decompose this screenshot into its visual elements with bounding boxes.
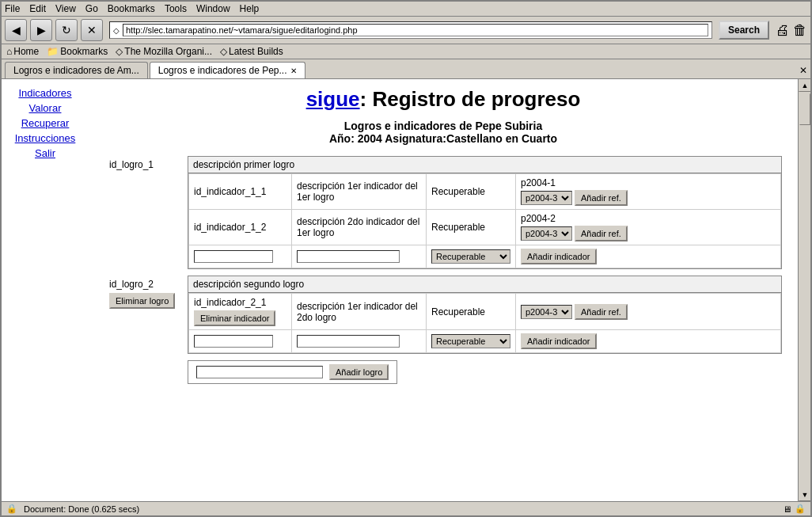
logro1-new-indicator-id-input[interactable] bbox=[194, 250, 273, 263]
indicador-2-1-ref-cell: p2004-1 p2004-2 p2004-3 p2004-4 Añadir r… bbox=[516, 294, 781, 330]
indicador-2-1-id: id_indicador_2_1 bbox=[194, 297, 286, 308]
bookmark-bookmarks[interactable]: 📁 Bookmarks bbox=[47, 46, 108, 57]
menu-window[interactable]: Window bbox=[196, 3, 230, 14]
indicador-2-1-ref-select[interactable]: p2004-1 p2004-2 p2004-3 p2004-4 bbox=[521, 305, 572, 319]
indicador-1-1-id: id_indicador_1_1 bbox=[189, 174, 292, 210]
bookmarks-icon: 📁 bbox=[47, 46, 59, 57]
toolbar: ◀ ▶ ↻ ✕ ◇ Search 🖨 🗑 bbox=[2, 17, 810, 44]
tab-am[interactable]: Logros e indicadores de Am... bbox=[5, 62, 148, 78]
tabs-bar: Logros e indicadores de Am... Logros e i… bbox=[2, 59, 810, 79]
indicador-1-2-id: id_indicador_1_2 bbox=[189, 210, 292, 245]
menu-go[interactable]: Go bbox=[85, 3, 98, 14]
logro1-section: id_logro_1 descripción primer logro id_i… bbox=[104, 156, 782, 269]
bookmarks-bar: ⌂ Home 📁 Bookmarks ◇ The Mozilla Organi.… bbox=[2, 44, 810, 59]
indicador-1-2-ref-current: p2004-2 bbox=[521, 213, 776, 224]
indicador-1-1-row: id_indicador_1_1 descripción 1er indicad… bbox=[189, 174, 781, 210]
indicador-1-1-ref-select[interactable]: p2004-1 p2004-2 p2004-3 p2004-4 bbox=[521, 191, 572, 205]
logro1-new-indicator-tipo-select[interactable]: Recuperable No recuperable Opcional bbox=[431, 249, 510, 264]
menu-help[interactable]: Help bbox=[240, 3, 260, 14]
sigue-link[interactable]: sigue bbox=[306, 87, 360, 111]
indicador-2-1-row: id_indicador_2_1 Eliminar indicador desc… bbox=[189, 294, 781, 330]
status-icon-2: 🔒 bbox=[795, 504, 806, 514]
logro1-description: descripción primer logro bbox=[188, 157, 781, 173]
add-logro-section: Añadir logro bbox=[104, 360, 782, 384]
sidebar-recuperar[interactable]: Recuperar bbox=[5, 117, 85, 129]
scroll-up-button[interactable]: ▲ bbox=[799, 79, 810, 92]
mozilla-icon: ◇ bbox=[116, 46, 123, 57]
tab-pep-close[interactable]: ✕ bbox=[290, 67, 297, 75]
menu-tools[interactable]: Tools bbox=[165, 3, 187, 14]
add-logro-button[interactable]: Añadir logro bbox=[329, 364, 389, 380]
scroll-thumb[interactable] bbox=[799, 93, 810, 125]
back-button[interactable]: ◀ bbox=[5, 19, 27, 41]
browser-window: File Edit View Go Bookmarks Tools Window… bbox=[0, 0, 812, 517]
sidebar-salir[interactable]: Salir bbox=[5, 147, 85, 159]
stop-button[interactable]: ✕ bbox=[81, 19, 103, 41]
indicador-1-2-tipo: Recuperable bbox=[427, 210, 516, 245]
tab-am-label: Logros e indicadores de Am... bbox=[13, 65, 139, 76]
indicador-1-2-add-ref-button[interactable]: Añadir ref. bbox=[575, 226, 628, 241]
bookmark-bookmarks-label: Bookmarks bbox=[60, 46, 108, 57]
bookmark-home[interactable]: ⌂ Home bbox=[6, 46, 39, 57]
logro1-new-indicator-row: Recuperable No recuperable Opcional Añad… bbox=[189, 245, 781, 268]
page-subtitle: Logros e indicadores de Pepe Subiria Año… bbox=[104, 120, 782, 145]
logro1-table-wrapper: descripción primer logro id_indicador_1_… bbox=[188, 156, 782, 269]
tab-pep[interactable]: Logros e indicadores de Pep... ✕ bbox=[150, 62, 305, 78]
address-icon: ◇ bbox=[113, 26, 120, 35]
logro2-new-indicator-desc-input[interactable] bbox=[297, 335, 400, 348]
logro1-add-indicator-button[interactable]: Añadir indicador bbox=[521, 249, 597, 264]
indicador-1-1-tipo: Recuperable bbox=[427, 174, 516, 210]
add-logro-desc-input[interactable] bbox=[196, 366, 323, 378]
menu-bookmarks[interactable]: Bookmarks bbox=[108, 3, 155, 14]
builds-icon: ◇ bbox=[220, 46, 227, 57]
logro2-add-indicator-button[interactable]: Añadir indicador bbox=[521, 333, 597, 349]
logro2-section: id_logro_2 Eliminar logro descripción se… bbox=[104, 276, 782, 354]
status-icons-left: 🔒 bbox=[6, 504, 17, 514]
logro2-new-indicator-id-input[interactable] bbox=[194, 335, 273, 348]
indicador-1-1-add-ref-button[interactable]: Añadir ref. bbox=[575, 190, 628, 206]
sidebar-instrucciones[interactable]: Instrucciones bbox=[5, 132, 85, 144]
status-icons-right: 🖥 🔒 bbox=[783, 504, 806, 514]
sidebar-valorar[interactable]: Valorar bbox=[5, 102, 85, 114]
scroll-down-button[interactable]: ▼ bbox=[799, 488, 810, 501]
indicador-2-1-cell: id_indicador_2_1 Eliminar indicador bbox=[189, 294, 292, 330]
page-title: sigue: Registro de progreso bbox=[104, 87, 782, 112]
sidebar-indicadores[interactable]: Indicadores bbox=[5, 87, 85, 99]
home-icon: ⌂ bbox=[6, 46, 12, 57]
bookmark-builds-label: Latest Builds bbox=[229, 46, 283, 57]
reload-button[interactable]: ↻ bbox=[55, 19, 78, 41]
logro2-id-col: id_logro_2 Eliminar logro bbox=[104, 276, 188, 312]
indicador-2-1-add-ref-button[interactable]: Añadir ref. bbox=[575, 304, 628, 320]
menu-file[interactable]: File bbox=[5, 3, 20, 14]
indicador-1-2-desc: descripción 2do indicador del 1er logro bbox=[292, 210, 427, 245]
title-text: : Registro de progreso bbox=[360, 87, 581, 111]
logro1-new-indicator-desc-input[interactable] bbox=[297, 250, 400, 263]
indicador-2-1-desc: descripción 1er indicador del 2do logro bbox=[292, 294, 427, 330]
tab-pep-label: Logros e indicadores de Pep... bbox=[158, 65, 287, 76]
indicador-1-2-ref-cell: p2004-2 p2004-1 p2004-2 p2004-3 p2004-4 bbox=[516, 210, 781, 245]
logro2-new-indicator-tipo-select[interactable]: Recuperable No recuperable Opcional bbox=[431, 334, 510, 348]
menu-view[interactable]: View bbox=[55, 3, 76, 14]
address-input[interactable] bbox=[123, 24, 708, 36]
indicador-1-1-ref-current: p2004-1 bbox=[521, 177, 776, 188]
indicador-1-2-ref-select[interactable]: p2004-1 p2004-2 p2004-3 p2004-4 bbox=[521, 226, 572, 241]
menu-bar: File Edit View Go Bookmarks Tools Window… bbox=[2, 2, 810, 17]
status-icon-1: 🖥 bbox=[783, 504, 791, 514]
subtitle-line2: Año: 2004 Asignatura:Castellano en Cuart… bbox=[104, 132, 782, 145]
printer-icon: 🖨 bbox=[776, 22, 790, 39]
logro2-table-wrapper: descripción segundo logro id_indicador_2… bbox=[188, 276, 782, 354]
logro2-new-indicator-row: Recuperable No recuperable Opcional Añad… bbox=[189, 330, 781, 353]
bookmark-builds[interactable]: ◇ Latest Builds bbox=[220, 46, 283, 57]
indicador-1-1-ref-cell: p2004-1 p2004-1 p2004-2 p2004-3 p2004-4 bbox=[516, 174, 781, 210]
menu-edit[interactable]: Edit bbox=[29, 3, 46, 14]
add-logro-wrapper: Añadir logro bbox=[188, 360, 397, 384]
forward-button[interactable]: ▶ bbox=[30, 19, 52, 41]
address-bar: ◇ bbox=[109, 21, 712, 39]
bookmark-mozilla-label: The Mozilla Organi... bbox=[124, 46, 212, 57]
bookmark-mozilla[interactable]: ◇ The Mozilla Organi... bbox=[116, 46, 212, 57]
tab-close-all-icon[interactable]: ✕ bbox=[799, 65, 807, 76]
logro2-eliminate-button[interactable]: Eliminar logro bbox=[109, 293, 175, 309]
status-bar: 🔒 Document: Done (0.625 secs) 🖥 🔒 bbox=[2, 501, 810, 515]
search-button[interactable]: Search bbox=[719, 21, 769, 40]
indicador-2-1-eliminate-button[interactable]: Eliminar indicador bbox=[194, 310, 275, 326]
